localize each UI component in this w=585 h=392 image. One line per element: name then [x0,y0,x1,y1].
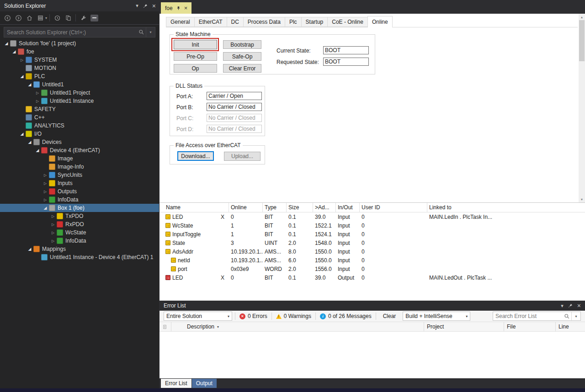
scroll-down-icon[interactable]: ▼ [579,196,585,202]
errors-toggle[interactable]: × 0 Errors [238,313,269,319]
tab-ethercat[interactable]: EtherCAT [194,17,227,27]
requested-state-field[interactable] [323,58,369,66]
clear-error-button[interactable]: Clear Error [223,64,261,73]
tree-item-system[interactable]: ▷ SYSTEM [0,56,159,64]
expander-arrow-icon[interactable]: ◢ [26,247,33,251]
search-icon[interactable] [562,312,571,320]
expander-arrow-icon[interactable]: ▷ [42,173,49,177]
window-position-chevron-icon[interactable]: ▾ [136,3,138,9]
scroll-up-icon[interactable]: ▲ [579,14,585,20]
sync-with-active-document-icon[interactable] [63,13,73,23]
close-icon[interactable]: × [577,302,581,309]
grid-row[interactable]: LED X 0 BIT 0.1 39.0 Output 0 MAIN.LedOu… [160,273,585,282]
download-button[interactable]: Download... [177,151,214,161]
tab-plc[interactable]: Plc [285,17,302,27]
op-button[interactable]: Op [174,64,217,73]
window-position-chevron-icon[interactable]: ▾ [561,303,564,309]
pin-icon[interactable] [143,3,148,9]
expander-arrow-icon[interactable]: ◢ [3,41,10,46]
messages-toggle[interactable]: i 0 of 26 Messages [319,313,373,319]
tab-online[interactable]: Online [367,16,393,27]
pin-icon[interactable] [568,303,573,308]
tree-item-i-o[interactable]: ◢ I/O [0,130,159,138]
expander-arrow-icon[interactable]: ◢ [26,140,33,144]
col-line[interactable]: Line [556,322,585,331]
col-file[interactable]: File [504,322,556,331]
expander-arrow-icon[interactable]: ▷ [49,222,57,227]
expander-arrow-icon[interactable]: ◢ [42,206,49,210]
col-address[interactable]: >Ad... [313,203,336,212]
expander-arrow-icon[interactable]: ◢ [18,132,26,136]
tree-item-infodata[interactable]: ▷ InfoData [0,237,159,245]
grid-row[interactable]: port 0x03e9 WORD 2.0 1556.0 Input 0 [160,265,585,273]
tree-item-foe[interactable]: ◢ foe [0,48,159,56]
expander-arrow-icon[interactable]: ◢ [18,74,26,79]
expander-arrow-icon[interactable]: ▷ [49,231,57,235]
port-a-field[interactable] [207,92,262,100]
tree-item-c-[interactable]: C++ [0,113,159,122]
expander-arrow-icon[interactable]: ◢ [34,148,41,153]
safe-op-button[interactable]: Safe-Op [223,52,261,61]
tree-item-solution-foe-1-project-[interactable]: ◢ Solution 'foe' (1 project) [0,39,159,48]
col-name[interactable]: Name [160,203,229,212]
tree-item-untitled1[interactable]: ◢ Untitled1 [0,80,159,89]
tree-item-box-1-foe-[interactable]: ◢ Box 1 (foe) [0,204,159,212]
upload-button[interactable]: Upload... [224,152,261,161]
col-linkedto[interactable]: Linked to [427,203,585,212]
search-icon[interactable] [137,27,146,37]
tree-item-plc[interactable]: ◢ PLC [0,72,159,80]
col-inout[interactable]: In/Out [336,203,360,212]
expander-arrow-icon[interactable]: ▷ [34,99,41,103]
expander-arrow-icon[interactable]: ▷ [49,239,57,243]
grid-row[interactable]: LED X 0 BIT 0.1 39.0 Input 0 MAIN.LedIn … [160,212,585,221]
pending-changes-filter-icon[interactable] [52,13,62,23]
tree-item-inputs[interactable]: ▷ Inputs [0,179,159,187]
tree-item-outputs[interactable]: ▷ Outputs [0,187,159,196]
clear-button[interactable]: Clear [379,313,400,320]
tree-item-image[interactable]: Image [0,154,159,163]
tree-item-txpdo[interactable]: ▷ TxPDO [0,212,159,220]
filter-dropdown[interactable]: Build + IntelliSense ▾ [403,312,470,321]
col-type[interactable]: Type [263,203,287,212]
error-list-titlebar[interactable]: Error List ▾ × [160,301,585,311]
grid-row[interactable]: State 3 UINT 2.0 1548.0 Input 0 [160,238,585,247]
solution-explorer-titlebar[interactable]: Solution Explorer ▾ × [0,0,159,11]
col-description[interactable]: Description ▾ [171,322,424,331]
expander-arrow-icon[interactable]: ▷ [42,198,49,202]
search-options-chevron-icon[interactable]: ▾ [571,312,580,320]
tab-process-data[interactable]: Process Data [243,17,285,27]
tab-close-icon[interactable]: × [184,5,188,11]
expander-arrow-icon[interactable]: ▷ [18,58,26,62]
expander-arrow-icon[interactable]: ▷ [42,190,49,194]
tree-item-rxpdo[interactable]: ▷ RxPDO [0,220,159,228]
pre-op-button[interactable]: Pre-Op [174,52,217,61]
error-list-search-input[interactable] [493,313,562,319]
tree-item-mappings[interactable]: ◢ Mappings [0,245,159,253]
nav-forward-icon[interactable] [13,13,23,23]
tab-error-list[interactable]: Error List [161,379,191,388]
home-icon[interactable] [24,13,34,23]
document-tab-foe[interactable]: foe × [161,2,191,14]
scrollbar-thumb[interactable] [579,20,585,61]
switch-views-chevron-icon[interactable]: ▾ [45,16,47,20]
tree-item-safety[interactable]: SAFETY [0,105,159,113]
vertical-scrollbar[interactable]: ▲ ▼ [579,14,585,202]
expander-arrow-icon[interactable]: ▷ [42,181,49,185]
col-userid[interactable]: User ID [360,203,427,212]
search-options-chevron-icon[interactable]: ▾ [146,27,155,37]
close-icon[interactable]: × [152,2,156,10]
expander-arrow-icon[interactable]: ▷ [34,91,41,95]
tree-item-analytics[interactable]: ANALYTICS [0,122,159,130]
tree-item-infodata[interactable]: ▷ InfoData [0,196,159,204]
tree-item-untitled1-project[interactable]: ▷ Untitled1 Project [0,89,159,97]
tab-dc[interactable]: DC [227,17,244,27]
port-b-field[interactable] [207,103,262,111]
switch-views-icon[interactable] [35,13,45,23]
expander-arrow-icon[interactable]: ▷ [49,214,57,218]
tab-pin-icon[interactable] [176,5,181,11]
tab-startup[interactable]: Startup [301,17,328,27]
col-size[interactable]: Size [287,203,313,212]
scope-dropdown[interactable]: Entire Solution ▾ [164,312,232,321]
expander-arrow-icon[interactable]: ◢ [26,82,33,87]
tree-item-wcstate[interactable]: ▷ WcState [0,228,159,237]
